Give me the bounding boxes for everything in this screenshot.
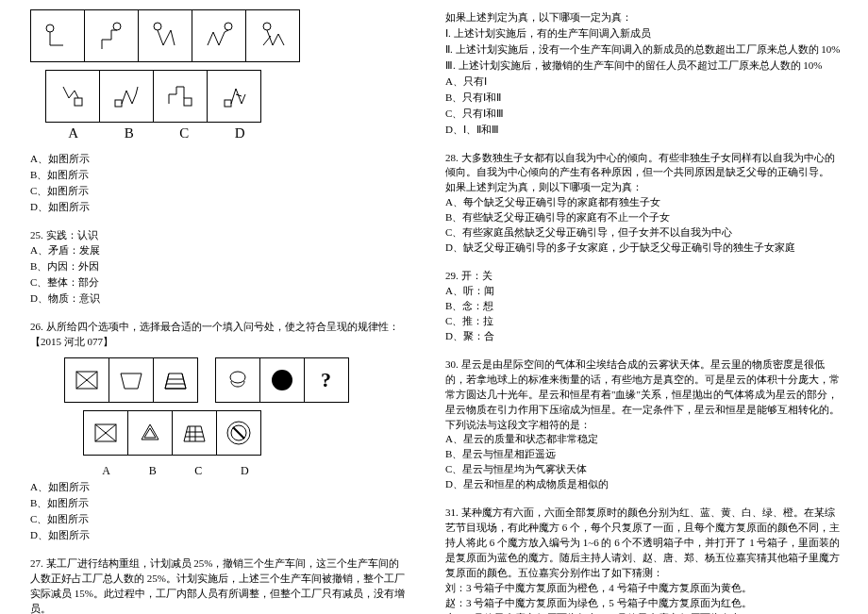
q27: 27. 某工厂进行结构重组，计划减员 25%，撤销三个生产车间，这三个生产车间的… <box>30 556 408 614</box>
q24-letters: A B C D <box>45 124 268 144</box>
q24-r1-3 <box>139 10 192 61</box>
q30-opt-d: D、星云和恒星的构成物质是相似的 <box>445 477 842 492</box>
q25-opt-b: B、内因：外因 <box>30 259 408 274</box>
q24-opt-d: D、如图所示 <box>30 200 408 215</box>
q24-r2-b <box>100 71 154 122</box>
q31-g2: 赵：3 号箱子中魔方复原面为绿色，5 号箱子中魔方复原面为红色。 <box>445 596 842 611</box>
q30-opt-a: A、星云的质量和状态都非常稳定 <box>445 432 842 447</box>
q26-fig-row1 <box>64 357 198 403</box>
q25: 25. 实践：认识 A、矛盾：发展 B、内因：外因 C、整体：部分 D、物质：意… <box>30 228 408 307</box>
q27-opt-b: B、只有Ⅰ和Ⅱ <box>445 91 842 106</box>
q24-r1-2 <box>85 10 139 61</box>
q24-r1-1 <box>31 10 85 61</box>
q26-opt-a: A、如图所示 <box>30 480 408 495</box>
q31-g1: 刘：3 号箱子中魔方复原面为橙色，4 号箱子中魔方复原面为黄色。 <box>445 581 842 596</box>
q30-opt-c: C、星云与恒星均为气雾状天体 <box>445 462 842 477</box>
q24-fig-row1 <box>30 9 300 62</box>
svg-point-3 <box>225 23 232 30</box>
q24-r2-a <box>46 71 100 122</box>
svg-rect-7 <box>184 98 192 106</box>
q31: 31. 某种魔方有六面，六面全部复原时的颜色分别为红、蓝、黄、白、绿、橙。在某综… <box>445 506 842 614</box>
q27-ii: Ⅱ. 上述计划实施后，没有一个生产车间调入的新成员的总数超出工厂原来总人数的 1… <box>445 42 842 58</box>
q29-opt-b: B、念：想 <box>445 299 842 314</box>
svg-point-2 <box>154 23 161 30</box>
q28-opt-b: B、有些缺乏父母正确引导的家庭有不止一个子女 <box>445 210 842 225</box>
q24-fig-row2 <box>45 70 261 123</box>
q30-title: 30. 星云是由星际空间的气体和尘埃结合成的云雾状天体。星云里的物质密度是很低的… <box>445 357 842 418</box>
q25-opt-a: A、矛盾：发展 <box>30 243 408 258</box>
q24-r2-c <box>154 71 208 122</box>
q26-title: 26. 从所给四个选项中，选择最合适的一个填入问号处，使之符合呈现的规律性：【2… <box>30 320 408 350</box>
q26: 26. 从所给四个选项中，选择最合适的一个填入问号处，使之符合呈现的规律性：【2… <box>30 320 408 543</box>
svg-point-11 <box>272 370 292 390</box>
q28-opt-a: A、每个缺乏父母正确引导的家庭都有独生子女 <box>445 195 842 210</box>
q28-lead: 如果上述判定为真，则以下哪项一定为真： <box>445 180 842 195</box>
q25-opt-c: C、整体：部分 <box>30 275 408 290</box>
q27-continued: 如果上述判定为真，以下哪项一定为真： Ⅰ. 上述计划实施后，有的生产车间调入新成… <box>445 10 842 138</box>
q24-options: A、如图所示 B、如图所示 C、如图所示 D、如图所示 <box>30 152 408 215</box>
q24-opt-a: A、如图所示 <box>30 152 408 167</box>
q24-label-d: D <box>235 124 245 144</box>
q29-title: 29. 开：关 <box>445 269 842 284</box>
q28: 28. 大多数独生子女都有以自我为中心的倾向。有些非独生子女同样有以自我为中心的… <box>445 151 842 257</box>
q26-opt-d: D、如图所示 <box>30 528 408 543</box>
q24-opt-b: B、如图所示 <box>30 168 408 183</box>
q28-opt-c: C、有些家庭虽然缺乏父母正确引导，但子女并不以自我为中心 <box>445 225 842 241</box>
q24-r1-4 <box>192 10 246 61</box>
svg-point-0 <box>46 25 54 32</box>
svg-rect-5 <box>75 98 82 106</box>
question-mark-icon: ? <box>321 365 331 395</box>
q29-opt-d: D、聚：合 <box>445 329 842 344</box>
q24-label-a: A <box>68 124 78 144</box>
q27-i: Ⅰ. 上述计划实施后，有的生产车间调入新成员 <box>445 26 842 41</box>
q24-r1-5 <box>246 10 299 61</box>
q29-opt-a: A、听：闻 <box>445 284 842 299</box>
svg-rect-6 <box>115 100 122 107</box>
q27-opt-a: A、只有Ⅰ <box>445 75 842 90</box>
q26-fig-row1b: ? <box>215 357 349 403</box>
svg-point-1 <box>113 23 121 30</box>
q24-label-c: C <box>179 124 189 144</box>
q30-opt-b: B、星云与恒星相距遥远 <box>445 447 842 462</box>
q27-opt-c: C、只有Ⅰ和Ⅲ <box>445 107 842 122</box>
q25-opt-d: D、物质：意识 <box>30 291 408 307</box>
q26-opt-c: C、如图所示 <box>30 512 408 527</box>
q30-lead: 下列说法与这段文字相符的是： <box>445 418 842 433</box>
q28-opt-d: D、缺乏父母正确引导的多子女家庭，少于缺乏父母正确引导的独生子女家庭 <box>445 241 842 256</box>
q27-iii: Ⅲ. 上述计划实施后，被撤销的生产车间中的留任人员不超过工厂原来总人数的 10% <box>445 58 842 74</box>
svg-point-4 <box>263 23 271 30</box>
q27-lead: 如果上述判定为真，以下哪项一定为真： <box>445 10 842 25</box>
q24-opt-c: C、如图所示 <box>30 184 408 199</box>
q31-title: 31. 某种魔方有六面，六面全部复原时的颜色分别为红、蓝、黄、白、绿、橙。在某综… <box>445 506 842 581</box>
q29-opt-c: C、推：拉 <box>445 314 842 329</box>
q26-opt-b: B、如图所示 <box>30 496 408 511</box>
q24-r2-d <box>208 71 260 122</box>
svg-rect-8 <box>225 100 231 107</box>
q30: 30. 星云是由星际空间的气体和尘埃结合成的云雾状天体。星云里的物质密度是很低的… <box>445 357 842 492</box>
q29: 29. 开：关 A、听：闻 B、念：想 C、推：拉 D、聚：合 <box>445 269 842 344</box>
svg-point-10 <box>230 372 245 383</box>
q26-fig-row2 <box>83 410 261 456</box>
q28-title: 28. 大多数独生子女都有以自我为中心的倾向。有些非独生子女同样有以自我为中心的… <box>445 151 842 181</box>
q27-opt-d: D、Ⅰ、Ⅱ和Ⅲ <box>445 123 842 138</box>
q24-label-b: B <box>125 124 134 144</box>
q27-title: 27. 某工厂进行结构重组，计划减员 25%，撤销三个生产车间，这三个生产车间的… <box>30 556 408 614</box>
q25-title: 25. 实践：认识 <box>30 228 408 243</box>
q26-letters: A B C D <box>83 463 268 479</box>
